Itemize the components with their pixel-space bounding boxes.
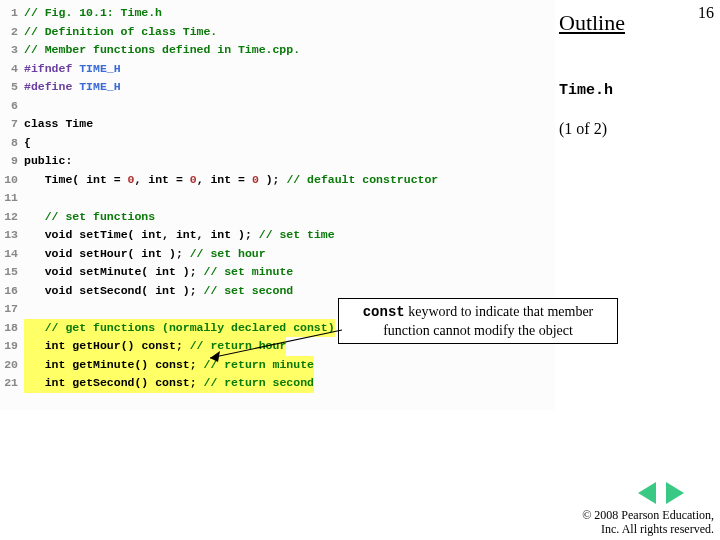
code-line: 13 void setTime( int, int, int ); // set… — [0, 226, 555, 245]
line-number: 19 — [0, 337, 24, 356]
line-number: 15 — [0, 263, 24, 282]
code-line-content: { — [24, 134, 31, 153]
line-number: 16 — [0, 282, 24, 301]
line-number: 4 — [0, 60, 24, 79]
code-line: 6 — [0, 97, 555, 116]
code-line-content: int getSecond() const; // return second — [24, 374, 314, 393]
line-number: 9 — [0, 152, 24, 171]
line-number: 11 — [0, 189, 24, 208]
copyright-line-2: Inc. All rights reserved. — [582, 523, 714, 537]
next-slide-button[interactable] — [666, 482, 684, 504]
code-line-content: void setMinute( int ); // set minute — [24, 263, 293, 282]
code-line-content: int getMinute() const; // return minute — [24, 356, 314, 375]
code-line: 2// Definition of class Time. — [0, 23, 555, 42]
code-line-content: void setTime( int, int, int ); // set ti… — [24, 226, 335, 245]
line-number: 21 — [0, 374, 24, 393]
copyright-line-1: © 2008 Pearson Education, — [582, 509, 714, 523]
code-line: 9public: — [0, 152, 555, 171]
code-line-content: // set functions — [24, 208, 155, 227]
outline-heading: Outline — [559, 10, 625, 36]
code-line-content: #define TIME_H — [24, 78, 121, 97]
code-line: 10 Time( int = 0, int = 0, int = 0 ); //… — [0, 171, 555, 190]
code-line-content: public: — [24, 152, 72, 171]
callout-text: keyword to indicate that member function… — [383, 304, 593, 338]
line-number: 14 — [0, 245, 24, 264]
line-number: 10 — [0, 171, 24, 190]
callout-keyword: const — [363, 304, 405, 320]
code-line-content: void setHour( int ); // set hour — [24, 245, 266, 264]
code-line-content: // Member functions defined in Time.cpp. — [24, 41, 300, 60]
code-line: 20 int getMinute() const; // return minu… — [0, 356, 555, 375]
line-number: 6 — [0, 97, 24, 116]
code-line-content: Time( int = 0, int = 0, int = 0 ); // de… — [24, 171, 438, 190]
line-number: 2 — [0, 23, 24, 42]
line-number: 18 — [0, 319, 24, 338]
code-line-content: class Time — [24, 115, 93, 134]
line-number: 1 — [0, 4, 24, 23]
code-line: 1// Fig. 10.1: Time.h — [0, 4, 555, 23]
code-line-content: // Fig. 10.1: Time.h — [24, 4, 162, 23]
code-line: 11 — [0, 189, 555, 208]
code-line: 5#define TIME_H — [0, 78, 555, 97]
prev-slide-button[interactable] — [638, 482, 656, 504]
line-number: 20 — [0, 356, 24, 375]
code-line: 15 void setMinute( int ); // set minute — [0, 263, 555, 282]
code-line-content: int getHour() const; // return hour — [24, 337, 286, 356]
line-number: 12 — [0, 208, 24, 227]
code-line: 7class Time — [0, 115, 555, 134]
line-number: 3 — [0, 41, 24, 60]
line-number: 8 — [0, 134, 24, 153]
line-number: 5 — [0, 78, 24, 97]
annotation-callout: const keyword to indicate that member fu… — [338, 298, 618, 344]
copyright-notice: © 2008 Pearson Education, Inc. All right… — [582, 509, 714, 537]
line-number: 13 — [0, 226, 24, 245]
page-of-indicator: (1 of 2) — [559, 120, 607, 138]
code-line: 3// Member functions defined in Time.cpp… — [0, 41, 555, 60]
code-listing: 1// Fig. 10.1: Time.h2// Definition of c… — [0, 0, 555, 410]
source-filename: Time.h — [559, 82, 613, 99]
slide-number: 16 — [698, 4, 714, 22]
code-line: 4#ifndef TIME_H — [0, 60, 555, 79]
line-number: 17 — [0, 300, 24, 319]
line-number: 7 — [0, 115, 24, 134]
code-line: 12 // set functions — [0, 208, 555, 227]
code-line-content: // get functions (normally declared cons… — [24, 319, 335, 338]
code-line: 14 void setHour( int ); // set hour — [0, 245, 555, 264]
code-line-content: #ifndef TIME_H — [24, 60, 121, 79]
code-line: 21 int getSecond() const; // return seco… — [0, 374, 555, 393]
side-panel: Outline 16 Time.h (1 of 2) — [555, 0, 720, 540]
code-line-content: void setSecond( int ); // set second — [24, 282, 293, 301]
code-line: 8{ — [0, 134, 555, 153]
slide-nav — [638, 482, 684, 504]
code-line-content: // Definition of class Time. — [24, 23, 217, 42]
